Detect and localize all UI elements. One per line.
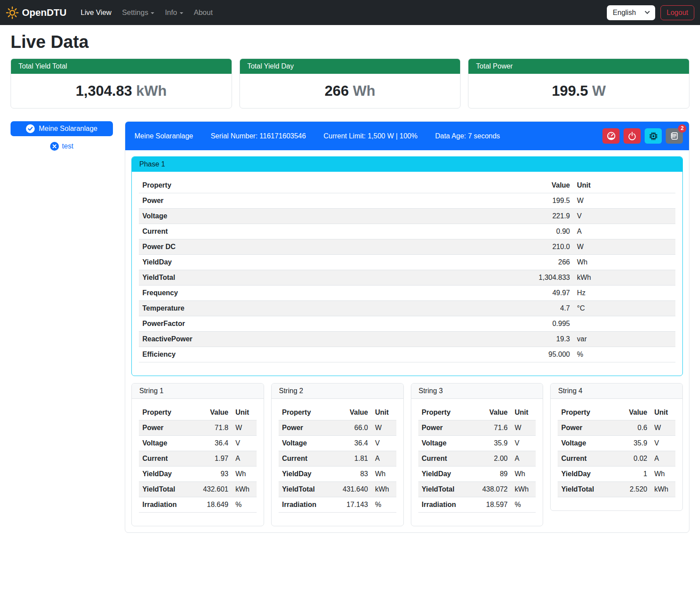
phase-card: Phase 1 Property Value Unit bbox=[131, 156, 683, 376]
unit-cell: kWh bbox=[372, 482, 396, 497]
caret-down-icon bbox=[151, 12, 154, 14]
language-select[interactable]: English bbox=[607, 5, 655, 20]
event-log-button[interactable]: 2 bbox=[666, 128, 683, 144]
table-row: Current 1.97 A bbox=[139, 451, 257, 467]
property-cell: YieldTotal bbox=[558, 482, 614, 497]
inverter-item-test[interactable]: test bbox=[11, 142, 113, 151]
nav-item-info[interactable]: Info bbox=[165, 8, 183, 17]
nav-item-live-view[interactable]: Live View bbox=[80, 8, 111, 17]
phase-table: Property Value Unit Power bbox=[139, 178, 675, 362]
summary-card-value: 266 bbox=[325, 83, 349, 99]
table-row: Power 66.0 W bbox=[279, 420, 396, 436]
power-toggle-button[interactable] bbox=[624, 128, 641, 144]
table-row: Voltage 221.9 V bbox=[139, 209, 675, 224]
string-card-4: String 4 Property Value Unit bbox=[550, 383, 683, 511]
value-cell: 1 bbox=[615, 467, 651, 482]
summary-card-value: 1,304.83 bbox=[76, 83, 132, 99]
table-row: Voltage 36.4 V bbox=[139, 436, 257, 451]
column-value: Value bbox=[330, 405, 371, 420]
device-info-button[interactable] bbox=[645, 128, 662, 144]
unit-cell: A bbox=[511, 451, 536, 467]
table-row: Current 0.90 A bbox=[139, 224, 675, 239]
column-unit: Unit bbox=[232, 405, 257, 420]
table-header-row: Property Value Unit bbox=[139, 405, 257, 420]
property-cell: Current bbox=[418, 451, 471, 467]
table-row: PowerFactor 0.995 bbox=[139, 316, 675, 332]
value-cell: 199.5 bbox=[399, 193, 573, 209]
column-unit: Unit bbox=[372, 405, 396, 420]
value-cell: 93 bbox=[191, 467, 232, 482]
property-cell: Power bbox=[418, 420, 471, 436]
value-cell: 438.072 bbox=[470, 482, 511, 497]
column-property: Property bbox=[279, 405, 331, 420]
unit-cell: W bbox=[511, 420, 536, 436]
property-cell: Irradiation bbox=[139, 497, 191, 513]
column-unit: Unit bbox=[651, 405, 675, 420]
table-row: Efficiency 95.000 % bbox=[139, 347, 675, 362]
value-cell: 210.0 bbox=[399, 239, 573, 255]
brand[interactable]: OpenDTU bbox=[6, 6, 66, 19]
navbar: OpenDTU Live View Settings Info About En… bbox=[0, 0, 700, 25]
limit-settings-button[interactable] bbox=[602, 128, 620, 144]
string-title: String 2 bbox=[272, 384, 403, 399]
table-header-row: Property Value Unit bbox=[279, 405, 396, 420]
unit-cell: var bbox=[573, 332, 675, 347]
table-row: Irradiation 18.597 % bbox=[418, 497, 536, 513]
unit-cell: A bbox=[651, 451, 675, 467]
property-cell: PowerFactor bbox=[139, 316, 399, 332]
inverter-limit: Current Limit: 1,500 W | 100% bbox=[323, 132, 417, 140]
table-row: Irradiation 18.649 % bbox=[139, 497, 257, 513]
table-header-row: Property Value Unit bbox=[558, 405, 675, 420]
unit-cell: Wh bbox=[651, 467, 675, 482]
inverter-body: Phase 1 Property Value Unit bbox=[125, 150, 689, 532]
unit-cell: % bbox=[372, 497, 396, 513]
property-cell: YieldDay bbox=[139, 255, 399, 270]
property-cell: Power bbox=[139, 420, 191, 436]
nav-item-settings[interactable]: Settings bbox=[122, 8, 155, 17]
column-property: Property bbox=[139, 405, 191, 420]
chevron-down-icon bbox=[645, 9, 649, 14]
value-cell: 4.7 bbox=[399, 301, 573, 316]
property-cell: Irradiation bbox=[279, 497, 331, 513]
check-circle-icon bbox=[26, 124, 35, 133]
unit-cell: W bbox=[372, 420, 396, 436]
value-cell: 0.995 bbox=[399, 316, 573, 332]
unit-cell: V bbox=[232, 436, 257, 451]
table-row: Power 71.6 W bbox=[418, 420, 536, 436]
table-row: Voltage 35.9 V bbox=[558, 436, 675, 451]
table-row: Power 71.8 W bbox=[139, 420, 257, 436]
table-row: Current 0.02 A bbox=[558, 451, 675, 467]
unit-cell: A bbox=[232, 451, 257, 467]
property-cell: Current bbox=[139, 451, 191, 467]
value-cell: 0.6 bbox=[615, 420, 651, 436]
strings-row: String 1 Property Value Unit bbox=[131, 383, 683, 526]
string-table: Property Value Unit Power bbox=[418, 405, 536, 513]
string-title: String 4 bbox=[551, 384, 682, 399]
table-row: YieldTotal 432.601 kWh bbox=[139, 482, 257, 497]
nav-item-about[interactable]: About bbox=[194, 8, 213, 17]
main-content: Live Data Total Yield Total 1,304.83 kWh… bbox=[0, 32, 700, 533]
table-row: YieldTotal 1,304.833 kWh bbox=[139, 270, 675, 286]
property-cell: Voltage bbox=[418, 436, 471, 451]
logout-button[interactable]: Logout bbox=[660, 5, 694, 20]
x-circle-icon bbox=[50, 142, 59, 151]
value-cell: 18.649 bbox=[191, 497, 232, 513]
power-icon bbox=[627, 131, 637, 141]
inverter-name: Meine Solaranlage bbox=[134, 132, 193, 140]
inverter-selected-button[interactable]: Meine Solaranlage bbox=[11, 121, 113, 136]
property-cell: YieldDay bbox=[558, 467, 614, 482]
string-card-2: String 2 Property Value Unit bbox=[271, 383, 404, 526]
summary-card: Total Power 199.5 W bbox=[468, 58, 689, 109]
unit-cell: Wh bbox=[372, 467, 396, 482]
unit-cell: A bbox=[372, 451, 396, 467]
inverter-item-test-label: test bbox=[62, 142, 73, 150]
value-cell: 83 bbox=[330, 467, 371, 482]
string-table: Property Value Unit Power bbox=[279, 405, 396, 513]
phase-title: Phase 1 bbox=[132, 157, 682, 172]
value-cell: 2.520 bbox=[615, 482, 651, 497]
property-cell: YieldTotal bbox=[139, 270, 399, 286]
unit-cell: A bbox=[573, 224, 675, 239]
column-property: Property bbox=[139, 178, 399, 193]
speedometer-icon bbox=[606, 131, 616, 141]
summary-card-body: 266 Wh bbox=[240, 74, 461, 108]
